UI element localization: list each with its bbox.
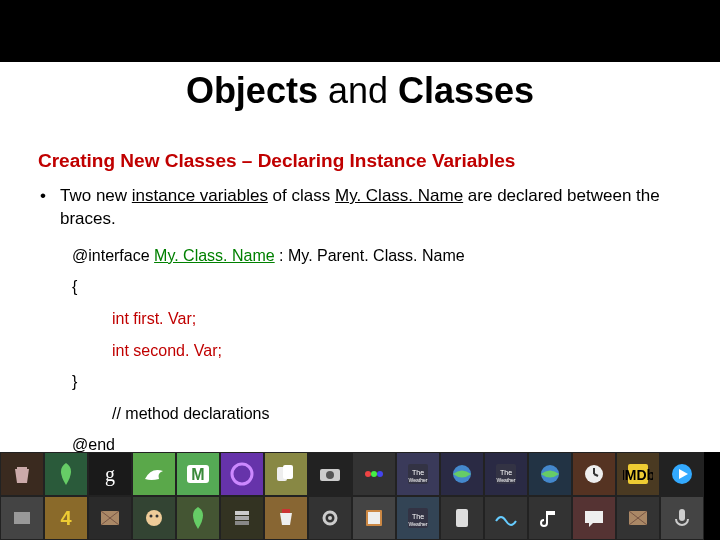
svg-rect-31	[235, 521, 249, 525]
dock-tile-5	[220, 452, 264, 496]
svg-rect-30	[235, 516, 249, 520]
dock-tile-4: M	[176, 452, 220, 496]
svg-point-7	[326, 471, 334, 479]
dock-tile-11: TheWeather	[484, 452, 528, 496]
svg-text:IMDb: IMDb	[623, 467, 653, 483]
svg-text:Weather: Weather	[409, 521, 428, 527]
dock-tile-20	[176, 496, 220, 540]
svg-text:Weather: Weather	[409, 477, 428, 483]
dock-tile-13	[572, 452, 616, 496]
title-word-classes: Classes	[398, 70, 534, 111]
dock-tile-9: TheWeather	[396, 452, 440, 496]
dock-tile-17: 4	[44, 496, 88, 540]
dock-tile-27	[484, 496, 528, 540]
svg-point-27	[150, 515, 153, 518]
svg-point-28	[156, 515, 159, 518]
dock-tile-31	[660, 496, 704, 540]
dock-tile-30	[616, 496, 660, 540]
code-block: @interface My. Class. Name : My. Parent.…	[72, 245, 680, 456]
dock-tile-15	[660, 452, 704, 496]
svg-text:4: 4	[60, 507, 72, 529]
slide-subtitle: Creating New Classes – Declaring Instanc…	[38, 150, 515, 172]
svg-point-3	[232, 464, 252, 484]
svg-text:The: The	[412, 469, 424, 476]
svg-rect-36	[368, 512, 380, 524]
svg-text:g: g	[105, 463, 115, 486]
dock-tile-16	[0, 496, 44, 540]
dock-tile-10	[440, 452, 484, 496]
dock-tile-0	[0, 452, 44, 496]
code-line-2: {	[72, 276, 680, 298]
dock-tile-28	[528, 496, 572, 540]
svg-text:The: The	[412, 513, 424, 520]
code-class-name: My. Class. Name	[154, 247, 275, 264]
dock-tile-29	[572, 496, 616, 540]
code-line-4: int second. Var;	[72, 340, 680, 362]
svg-text:Weather: Weather	[497, 477, 516, 483]
dock-tile-8	[352, 452, 396, 496]
svg-point-26	[146, 510, 162, 526]
dock-tile-14: IMDb	[616, 452, 660, 496]
svg-rect-32	[282, 509, 290, 513]
dock-tile-19	[132, 496, 176, 540]
svg-text:M: M	[191, 466, 204, 483]
code-interface-kw: @interface	[72, 247, 154, 264]
dock-tile-3	[132, 452, 176, 496]
title-word-objects: Objects	[186, 70, 318, 111]
bullet-dot: •	[38, 185, 60, 231]
svg-rect-5	[283, 465, 293, 479]
dock-tile-1	[44, 452, 88, 496]
dock-tile-26	[440, 496, 484, 540]
bullet-text: Two new instance variables of class My. …	[60, 185, 680, 231]
svg-rect-29	[235, 511, 249, 515]
slide-title: Objects and Classes	[0, 62, 720, 124]
dock-tile-7	[308, 452, 352, 496]
dock-tile-21	[220, 496, 264, 540]
dock-tile-6	[264, 452, 308, 496]
slide: Objects and Classes Creating New Classes…	[0, 0, 720, 540]
term-instance-variables: instance variables	[132, 186, 268, 205]
code-parent-class: : My. Parent. Class. Name	[275, 247, 465, 264]
dock-tile-22	[264, 496, 308, 540]
svg-rect-23	[14, 512, 30, 524]
top-black-bar	[0, 0, 720, 62]
dock-tile-23	[308, 496, 352, 540]
bullet-1: • Two new instance variables of class My…	[38, 185, 680, 231]
dock-tile-24	[352, 496, 396, 540]
code-line-5: }	[72, 371, 680, 393]
code-line-3: int first. Var;	[72, 308, 680, 330]
svg-text:The: The	[500, 469, 512, 476]
svg-point-10	[377, 471, 383, 477]
svg-point-9	[371, 471, 377, 477]
dock-tile-12	[528, 452, 572, 496]
dock-tile-2: g	[88, 452, 132, 496]
svg-point-34	[328, 516, 332, 520]
dock-bar: gMTheWeatherTheWeatherIMDb4TheWeather	[0, 452, 720, 540]
term-class-name: My. Class. Name	[335, 186, 463, 205]
svg-rect-42	[679, 509, 685, 521]
slide-body: • Two new instance variables of class My…	[38, 185, 680, 466]
svg-point-8	[365, 471, 371, 477]
dock-tile-25: TheWeather	[396, 496, 440, 540]
bullet-pre: Two new	[60, 186, 132, 205]
title-word-and: and	[318, 70, 398, 111]
dock-tile-18	[88, 496, 132, 540]
code-line-1: @interface My. Class. Name : My. Parent.…	[72, 245, 680, 267]
svg-rect-40	[456, 509, 468, 527]
bullet-mid: of class	[268, 186, 335, 205]
code-line-6: // method declarations	[72, 403, 680, 425]
